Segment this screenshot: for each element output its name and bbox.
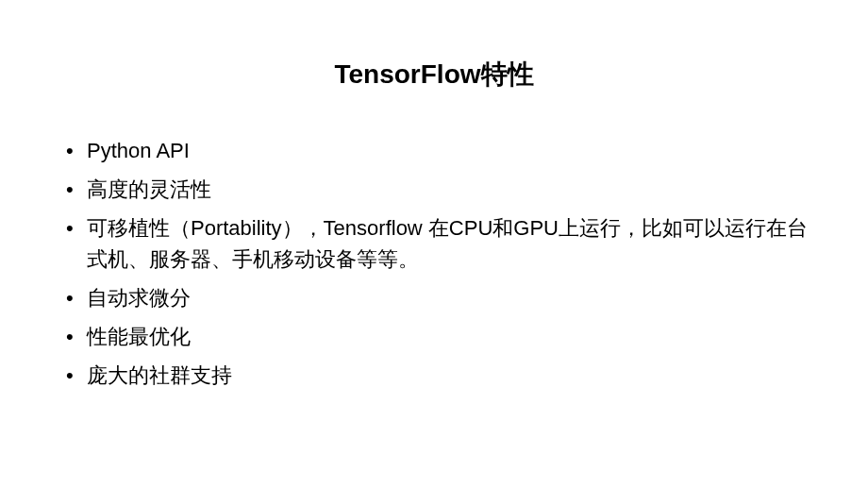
list-item: 庞大的社群支持 <box>66 360 811 391</box>
list-item: 性能最优化 <box>66 321 811 352</box>
list-item: 自动求微分 <box>66 282 811 313</box>
slide-title: TensorFlow特性 <box>57 57 811 93</box>
list-item: 高度的灵活性 <box>66 174 811 205</box>
list-item: 可移植性（Portability），Tensorflow 在CPU和GPU上运行… <box>66 212 811 275</box>
list-item: Python API <box>66 135 811 166</box>
bullet-list: Python API 高度的灵活性 可移植性（Portability），Tens… <box>57 135 811 391</box>
